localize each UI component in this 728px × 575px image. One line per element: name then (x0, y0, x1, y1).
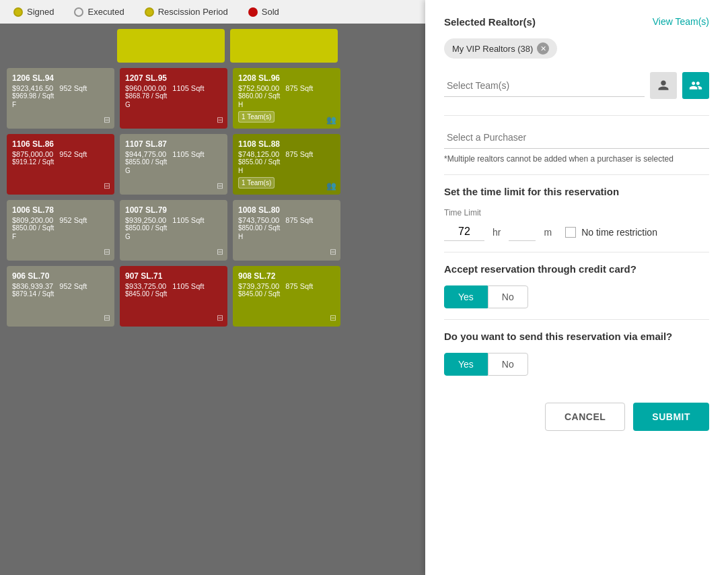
realtor-chip: My VIP Realtors (38) ✕ (444, 38, 557, 59)
unit-psf: $969.98 / Sqft (12, 92, 109, 100)
unit-1007[interactable]: 1007 SL.79 $939,250.00 1105 Sqft $850.00… (120, 200, 227, 261)
divider-3 (444, 252, 709, 252)
purchaser-note: *Multiple realtors cannot be added when … (444, 154, 709, 164)
selected-realtors-title: Selected Realtor(s) (444, 16, 536, 28)
card-icon: ⊟ (217, 181, 223, 191)
card-icon: ⊟ (104, 181, 110, 191)
card-icon: ⊟ (217, 313, 223, 323)
unit-id: 1106 SL.86 (12, 139, 109, 149)
card-icon: ⊟ (104, 247, 110, 257)
unit-1006[interactable]: 1006 SL.78 $809,200.00 952 Sqft $850.00 … (7, 200, 114, 261)
email-heading: Do you want to send this reservation via… (444, 331, 709, 342)
unit-price: $752,500.00 875 Sqft (238, 84, 335, 92)
email-toggle: Yes No (444, 353, 709, 376)
team-icon: 👥 (326, 115, 336, 125)
sold-dot (248, 7, 258, 17)
team-select-input[interactable] (444, 75, 645, 97)
col-header-1 (117, 29, 225, 63)
left-panel: Signed Executed Rescission Period Sold 1… (0, 0, 425, 575)
unit-id: 1206 SL.94 (12, 73, 109, 83)
unit-1106[interactable]: 1106 SL.86 $875,000.00 952 Sqft $919.12 … (7, 134, 114, 195)
divider-1 (444, 115, 709, 116)
credit-card-toggle: Yes No (444, 285, 709, 308)
team-icon (689, 79, 702, 92)
time-limit-row: hr m No time restriction (444, 223, 709, 241)
chip-container: My VIP Realtors (38) ✕ (444, 38, 709, 59)
unit-psf: $855.00 / Sqft (238, 158, 335, 166)
unit-price: $809,200.00 952 Sqft (12, 216, 109, 224)
unit-id: 1207 SL.95 (125, 73, 222, 83)
m-unit: m (544, 227, 552, 238)
unit-psf: $855.00 / Sqft (125, 158, 222, 166)
time-hr-input[interactable] (444, 223, 484, 241)
signed-dot (13, 7, 23, 17)
email-no-button[interactable]: No (488, 353, 528, 376)
unit-907[interactable]: 907 SL.71 $933,725.00 1105 Sqft $845.00 … (120, 266, 227, 327)
team-icon-button[interactable] (682, 72, 709, 99)
signed-label: Signed (27, 7, 54, 17)
rescission-dot (145, 7, 154, 17)
unit-1206[interactable]: 1206 SL.94 $923,416.50 952 Sqft $969.98 … (7, 68, 114, 129)
team-icon: 👥 (326, 181, 336, 191)
credit-card-no-button[interactable]: No (488, 285, 528, 308)
unit-id: 1007 SL.79 (125, 205, 222, 215)
purchaser-input[interactable] (444, 127, 709, 149)
unit-1107[interactable]: 1107 SL.87 $944,775.00 1105 Sqft $855.00… (120, 134, 227, 195)
unit-id: 906 SL.70 (12, 271, 109, 281)
unit-1108[interactable]: 1108 SL.88 $748,125.00 875 Sqft $855.00 … (233, 134, 340, 195)
email-yes-button[interactable]: Yes (444, 353, 488, 376)
unit-908[interactable]: 908 SL.72 $739,375.00 875 Sqft $845.00 /… (233, 266, 340, 327)
no-restriction-label: No time restriction (581, 227, 657, 238)
submit-button[interactable]: SUBMIT (633, 403, 709, 431)
unit-psf: $845.00 / Sqft (238, 290, 335, 298)
time-min-input[interactable] (509, 223, 536, 241)
unit-psf: $879.14 / Sqft (12, 290, 109, 298)
status-sold: Sold (248, 7, 279, 17)
unit-price: $933,725.00 1105 Sqft (125, 282, 222, 290)
unit-floor: H (238, 101, 335, 108)
executed-dot (74, 7, 83, 17)
sold-label: Sold (262, 7, 279, 17)
unit-psf: $845.00 / Sqft (125, 290, 222, 298)
unit-floor: F (12, 101, 109, 108)
team-select-row (444, 72, 709, 99)
unit-1208[interactable]: 1208 SL.96 $752,500.00 875 Sqft $860.00 … (233, 68, 340, 129)
card-icon: ⊟ (217, 115, 223, 125)
cancel-button[interactable]: CANCEL (545, 403, 625, 431)
unit-psf: $919.12 / Sqft (12, 158, 109, 166)
unit-price: $875,000.00 952 Sqft (12, 150, 109, 158)
right-panel-header: Selected Realtor(s) View Team(s) (444, 16, 709, 28)
view-team-link[interactable]: View Team(s) (653, 16, 709, 27)
credit-card-heading: Accept reservation through credit card? (444, 263, 709, 275)
executed-label: Executed (87, 7, 124, 17)
status-rescission: Rescission Period (145, 7, 228, 17)
unit-1008[interactable]: 1008 SL.80 $743,750.00 875 Sqft $850.00 … (233, 200, 340, 261)
chip-close-button[interactable]: ✕ (537, 42, 549, 55)
unit-906[interactable]: 906 SL.70 $836,939.37 952 Sqft $879.14 /… (7, 266, 114, 327)
unit-floor: H (238, 233, 335, 240)
unit-price: $743,750.00 875 Sqft (238, 216, 335, 224)
unit-id: 907 SL.71 (125, 271, 222, 281)
card-icon: ⊟ (104, 115, 110, 125)
no-restriction-checkbox[interactable] (565, 227, 576, 238)
action-row: CANCEL SUBMIT (444, 392, 709, 431)
status-signed: Signed (13, 7, 54, 17)
chip-label: My VIP Realtors (38) (452, 44, 533, 54)
unit-psf: $860.00 / Sqft (238, 92, 335, 100)
card-icon: ⊟ (330, 313, 336, 323)
unit-psf: $850.00 / Sqft (12, 224, 109, 232)
unit-grid: 1206 SL.94 $923,416.50 952 Sqft $969.98 … (0, 63, 425, 337)
person-icon-button[interactable] (650, 72, 677, 99)
unit-floor: G (125, 167, 222, 174)
hr-unit: hr (493, 227, 501, 238)
unit-id: 1107 SL.87 (125, 139, 222, 149)
unit-1207[interactable]: 1207 SL.95 $960,000.00 1105 Sqft $868.78… (120, 68, 227, 129)
card-icon: ⊟ (217, 247, 223, 257)
credit-card-yes-button[interactable]: Yes (444, 285, 488, 308)
unit-id: 1108 SL.88 (238, 139, 335, 149)
unit-price: $748,125.00 875 Sqft (238, 150, 335, 158)
unit-psf: $850.00 / Sqft (125, 224, 222, 232)
unit-price: $944,775.00 1105 Sqft (125, 150, 222, 158)
status-bar: Signed Executed Rescission Period Sold (0, 0, 425, 24)
credit-card-section: Accept reservation through credit card? … (444, 263, 709, 308)
